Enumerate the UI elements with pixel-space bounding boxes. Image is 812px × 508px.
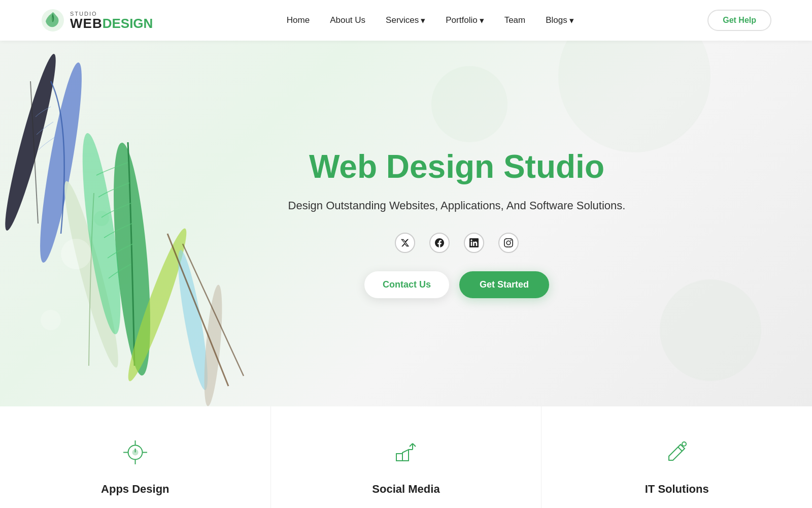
services-section: Apps Design Social Media IT Solutions <box>0 406 812 508</box>
nav-blogs-label: Blogs <box>546 15 567 25</box>
service-card-apps: Apps Design <box>0 406 271 508</box>
hero-subtitle: Design Outstanding Websites, Application… <box>288 197 626 214</box>
social-icons-row <box>288 233 626 253</box>
social-media-icon <box>391 437 421 467</box>
apps-design-icon <box>120 437 150 467</box>
logo-icon <box>41 8 65 33</box>
it-solutions-icon <box>662 437 692 467</box>
nav-team-link[interactable]: Team <box>504 15 526 25</box>
nav-about[interactable]: About Us <box>330 15 365 25</box>
svg-point-13 <box>41 310 61 330</box>
nav-about-link[interactable]: About Us <box>330 15 365 25</box>
nav-portfolio[interactable]: Portfolio ▾ <box>446 15 484 26</box>
twitter-icon[interactable] <box>395 233 415 253</box>
it-solutions-title: IT Solutions <box>645 483 709 496</box>
facebook-icon[interactable] <box>429 233 450 253</box>
nav-home-link[interactable]: Home <box>287 15 310 25</box>
svg-point-23 <box>682 442 686 446</box>
nav-team[interactable]: Team <box>504 15 526 25</box>
hero-content: Web Design Studio Design Outstanding Web… <box>288 149 626 299</box>
nav-blogs[interactable]: Blogs ▾ <box>546 15 574 26</box>
blogs-chevron-icon: ▾ <box>569 15 574 26</box>
nav-services[interactable]: Services ▾ <box>386 15 425 26</box>
hero-title: Web Design Studio <box>288 149 626 184</box>
nav-links: Home About Us Services ▾ Portfolio ▾ Tea… <box>287 15 574 26</box>
service-card-social: Social Media <box>271 406 542 508</box>
svg-point-12 <box>61 239 91 269</box>
get-help-button[interactable]: Get Help <box>707 10 771 31</box>
logo-design-label: DESIGN <box>103 17 153 30</box>
service-card-it: IT Solutions <box>542 406 812 508</box>
apps-design-title: Apps Design <box>101 483 169 496</box>
navbar: STUDIO WEB DESIGN Home About Us Services… <box>0 0 812 41</box>
instagram-icon[interactable] <box>498 233 519 253</box>
get-started-button[interactable]: Get Started <box>459 271 549 298</box>
logo-text: STUDIO WEB DESIGN <box>70 11 153 30</box>
services-chevron-icon: ▾ <box>421 15 425 26</box>
nav-home[interactable]: Home <box>287 15 310 25</box>
logo-web-label: WEB <box>70 17 103 30</box>
social-media-title: Social Media <box>372 483 439 496</box>
linkedin-icon[interactable] <box>464 233 484 253</box>
bg-circle-2 <box>660 279 761 381</box>
nav-services-label: Services <box>386 15 419 25</box>
hero-buttons: Contact Us Get Started <box>288 271 626 298</box>
bg-circle-3 <box>431 66 507 142</box>
contact-us-button[interactable]: Contact Us <box>364 271 449 298</box>
feather-illustration <box>0 41 264 406</box>
portfolio-chevron-icon: ▾ <box>480 15 484 26</box>
nav-portfolio-label: Portfolio <box>446 15 477 25</box>
hero-section: Web Design Studio Design Outstanding Web… <box>0 41 812 406</box>
logo[interactable]: STUDIO WEB DESIGN <box>41 8 153 33</box>
bg-circle-1 <box>558 41 710 152</box>
